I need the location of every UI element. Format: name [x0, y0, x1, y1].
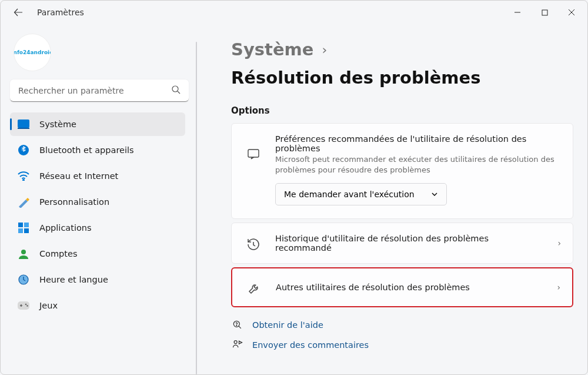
sidebar-item-label: Personnalisation — [39, 197, 109, 207]
nav-scroll: SystèmeBluetooth et appareilsRéseau et I… — [10, 112, 189, 369]
other-title: Autres utilitaires de résolution des pro… — [276, 283, 538, 292]
system-icon — [17, 118, 30, 131]
card-preferences: Préférences recommandées de l'utilitaire… — [231, 123, 573, 219]
sidebar: info24android SystèmeBluetooth et appare… — [1, 24, 195, 374]
games-icon — [17, 299, 30, 312]
arrow-left-icon — [14, 8, 23, 17]
sidebar-item-time[interactable]: Heure et langue — [10, 268, 185, 291]
search-input[interactable] — [10, 79, 189, 102]
svg-rect-7 — [24, 223, 29, 227]
main-content: Système › Résolution des problèmes Optio… — [198, 24, 587, 374]
apps-icon — [17, 221, 30, 234]
sidebar-item-label: Comptes — [39, 249, 78, 258]
svg-rect-0 — [542, 10, 547, 15]
breadcrumb: Système › Résolution des problèmes — [231, 39, 573, 88]
pref-title: Préférences recommandées de l'utilitaire… — [275, 134, 561, 153]
sidebar-item-accounts[interactable]: Comptes — [10, 242, 185, 266]
scroll-rail — [196, 42, 197, 374]
history-title: Historique d'utilitaire de résolution de… — [275, 234, 539, 253]
pref-dropdown[interactable]: Me demander avant l'exécution — [275, 183, 447, 205]
card-other-troubleshooters[interactable]: Autres utilitaires de résolution des pro… — [231, 267, 573, 307]
sidebar-item-games[interactable]: Jeux — [10, 294, 185, 317]
avatar-row: info24android — [10, 30, 189, 79]
help-icon — [231, 319, 244, 331]
svg-point-10 — [21, 250, 26, 254]
svg-rect-3 — [18, 128, 29, 129]
chevron-down-icon — [431, 191, 438, 198]
nav-list: SystèmeBluetooth et appareilsRéseau et I… — [10, 112, 185, 317]
network-icon — [17, 170, 30, 182]
sidebar-item-bluetooth[interactable]: Bluetooth et appareils — [10, 138, 185, 162]
link-get-help-label: Obtenir de l'aide — [252, 320, 323, 330]
svg-point-14 — [26, 305, 28, 307]
sidebar-item-apps[interactable]: Applications — [10, 216, 185, 240]
wrench-icon — [244, 281, 264, 296]
sidebar-item-label: Applications — [39, 223, 92, 233]
sidebar-item-system[interactable]: Système — [10, 112, 185, 136]
sidebar-item-label: Jeux — [39, 301, 58, 310]
close-button[interactable] — [558, 2, 585, 23]
pref-dropdown-value: Me demander avant l'exécution — [284, 190, 415, 199]
chevron-right-icon: › — [557, 238, 561, 248]
breadcrumb-parent[interactable]: Système — [231, 39, 313, 59]
sidebar-item-label: Heure et langue — [39, 275, 108, 284]
sidebar-item-label: Réseau et Internet — [39, 171, 118, 181]
search-box — [10, 79, 189, 102]
avatar[interactable]: info24android — [14, 34, 51, 71]
svg-point-17 — [236, 325, 237, 326]
pref-subtitle: Microsoft peut recommander et exécuter d… — [275, 154, 561, 175]
sidebar-item-personal[interactable]: Personnalisation — [10, 190, 185, 214]
card-history[interactable]: Historique d'utilitaire de résolution de… — [231, 223, 573, 264]
close-icon — [568, 9, 575, 16]
sidebar-item-network[interactable]: Réseau et Internet — [10, 164, 185, 188]
svg-rect-15 — [248, 150, 259, 157]
link-feedback[interactable]: Envoyer des commentaires — [231, 339, 573, 351]
help-links: Obtenir de l'aide Envoyer des commentair… — [231, 319, 573, 351]
sidebar-item-label: Bluetooth et appareils — [39, 145, 134, 155]
chevron-right-icon: › — [322, 42, 327, 57]
svg-rect-2 — [18, 120, 29, 128]
maximize-button[interactable] — [531, 2, 558, 23]
options-heading: Options — [231, 105, 573, 116]
svg-rect-8 — [18, 228, 23, 233]
personal-icon — [17, 195, 30, 208]
page-title: Résolution des problèmes — [231, 68, 481, 88]
minimize-icon — [514, 9, 521, 16]
search-icon — [171, 85, 181, 97]
window-controls — [504, 2, 585, 23]
svg-rect-6 — [18, 223, 23, 227]
feedback-icon — [231, 339, 244, 351]
svg-point-1 — [172, 86, 178, 92]
svg-point-18 — [234, 341, 237, 344]
chat-icon — [243, 147, 263, 161]
chevron-right-icon: › — [557, 283, 560, 292]
svg-rect-9 — [24, 228, 29, 233]
maximize-icon — [542, 9, 548, 16]
history-icon — [243, 237, 263, 251]
accounts-icon — [17, 247, 30, 260]
app-title: Paramètres — [37, 8, 84, 17]
minimize-button[interactable] — [504, 2, 531, 23]
bluetooth-icon — [17, 144, 30, 157]
link-feedback-label: Envoyer des commentaires — [252, 340, 369, 350]
link-get-help[interactable]: Obtenir de l'aide — [231, 319, 573, 331]
sidebar-item-label: Système — [39, 120, 76, 129]
svg-point-5 — [23, 180, 24, 181]
time-icon — [17, 273, 30, 286]
back-button[interactable] — [8, 2, 29, 23]
svg-point-13 — [25, 304, 27, 306]
titlebar: Paramètres — [1, 1, 587, 24]
